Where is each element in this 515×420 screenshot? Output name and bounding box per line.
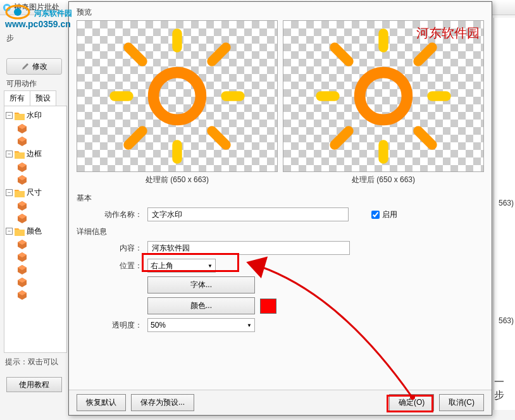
action-name-input[interactable] xyxy=(147,207,349,221)
preview-before-box: 处理前 (650 x 663) xyxy=(77,20,278,188)
position-value: 右上角 xyxy=(151,261,173,271)
cube-icon xyxy=(17,175,27,185)
tree-label: 尺寸 xyxy=(27,187,42,198)
actions-title: 可用动作 xyxy=(4,77,67,90)
cube-icon xyxy=(17,277,27,287)
cube-icon xyxy=(17,213,27,223)
preview-after-image: 河东软件园 xyxy=(283,20,484,172)
action-name-label: 动作名称： xyxy=(97,209,142,220)
right-panel-strip: 563) 563) 一步 xyxy=(493,18,515,410)
cube-icon xyxy=(17,290,27,300)
chevron-down-icon: ▼ xyxy=(247,323,252,328)
modify-button[interactable]: 修改 xyxy=(6,58,62,75)
svg-line-21 xyxy=(418,131,432,145)
logo-name: 河东软件园 xyxy=(34,9,72,18)
preview-after-box: 河东软件园 处理后 (650 x 663) xyxy=(283,20,484,188)
sun-image xyxy=(108,27,247,166)
step-indicator: 步 xyxy=(6,30,14,44)
cube-icon xyxy=(17,136,27,146)
basic-title: 基本 xyxy=(77,193,484,204)
watermark-sample-text: 河东软件园 xyxy=(416,25,480,42)
enable-label: 启用 xyxy=(382,209,397,220)
pencil-icon xyxy=(21,62,30,71)
sun-image xyxy=(314,27,453,166)
tree-item[interactable] xyxy=(4,122,66,135)
modify-label: 修改 xyxy=(32,61,47,72)
hint-text: 提示：双击可以 xyxy=(5,357,58,368)
enable-checkbox[interactable] xyxy=(371,211,380,219)
tree-item[interactable] xyxy=(4,212,66,225)
folder-icon xyxy=(15,188,25,197)
folder-icon xyxy=(15,111,25,120)
tree-item[interactable] xyxy=(4,199,66,212)
tree-node-watermark[interactable]: − 水印 xyxy=(4,109,66,122)
tree-item[interactable] xyxy=(4,288,66,301)
svg-line-10 xyxy=(212,47,226,61)
tree-node-color[interactable]: − 颜色 xyxy=(4,225,66,238)
svg-point-3 xyxy=(14,8,22,16)
folder-icon xyxy=(15,227,25,236)
tree-collapse-icon[interactable]: − xyxy=(6,112,13,119)
preview-after-caption: 处理后 (650 x 663) xyxy=(283,172,484,188)
enable-checkbox-row[interactable]: 启用 xyxy=(371,209,397,220)
step-label: 步 xyxy=(6,34,14,42)
tab-all[interactable]: 所有 xyxy=(4,90,30,106)
restore-default-button[interactable]: 恢复默认 xyxy=(77,394,126,411)
opacity-value: 50% xyxy=(151,321,166,330)
cube-icon xyxy=(17,264,27,275)
svg-line-11 xyxy=(128,131,142,145)
save-preset-button[interactable]: 保存为预设... xyxy=(131,394,194,411)
tree-collapse-icon[interactable]: − xyxy=(6,151,13,158)
dimension-label: 563) xyxy=(499,199,514,207)
basic-section: 基本 动作名称： 启用 xyxy=(77,193,484,221)
tree-item[interactable] xyxy=(4,276,66,288)
cancel-button[interactable]: 取消(C) xyxy=(439,394,484,411)
tab-preset[interactable]: 预设 xyxy=(30,90,56,106)
cube-icon xyxy=(17,201,27,211)
svg-line-19 xyxy=(418,47,432,61)
preview-before-image xyxy=(77,20,278,172)
tree-collapse-icon[interactable]: − xyxy=(6,189,13,196)
cube-icon xyxy=(17,123,27,133)
next-step-label: 一步 xyxy=(494,376,514,402)
opacity-select[interactable]: 50% ▼ xyxy=(147,318,255,332)
tree-node-size[interactable]: − 尺寸 xyxy=(4,186,66,199)
main-window: 神奇图片批处 河东软件园 www.pc0359.cn 步 修改 可用动作 所有 … xyxy=(0,0,515,420)
tree-item[interactable] xyxy=(4,135,66,147)
chevron-down-icon: ▼ xyxy=(208,263,213,269)
tree-item[interactable] xyxy=(4,161,66,173)
content-input[interactable] xyxy=(147,241,350,255)
preview-title: 预览 xyxy=(77,7,484,18)
tutorial-button[interactable]: 使用教程 xyxy=(6,377,62,392)
cube-icon xyxy=(17,252,27,262)
tree-node-border[interactable]: − 边框 xyxy=(4,147,66,161)
watermark-dialog: 预览 xyxy=(68,1,492,416)
tree-label: 颜色 xyxy=(27,226,42,237)
color-swatch[interactable] xyxy=(260,299,276,314)
folder-icon xyxy=(15,150,25,159)
tree-item[interactable] xyxy=(4,238,66,250)
position-label: 位置： xyxy=(97,261,142,271)
svg-line-18 xyxy=(335,47,349,61)
tree-collapse-icon[interactable]: − xyxy=(6,228,13,235)
svg-point-13 xyxy=(360,73,407,120)
font-button[interactable]: 字体... xyxy=(147,276,255,293)
tree-item[interactable] xyxy=(4,263,66,276)
actions-tree: − 水印 − 边框 − 尺寸 − 颜色 xyxy=(4,106,67,353)
color-button[interactable]: 颜色... xyxy=(147,297,255,314)
tree-item[interactable] xyxy=(4,173,66,186)
opacity-label: 透明度： xyxy=(97,320,142,331)
site-watermark-logo: 河东软件园 www.pc0359.cn xyxy=(5,3,72,29)
dialog-footer: 恢复默认 保存为预设... 确定(O) 取消(C) xyxy=(69,390,492,415)
logo-icon xyxy=(5,3,30,22)
position-select[interactable]: 右上角 ▼ xyxy=(147,259,216,273)
tree-item[interactable] xyxy=(4,250,66,263)
actions-panel: 可用动作 所有 预设 − 水印 − 边框 − 尺寸 xyxy=(4,77,67,362)
dimension-label: 563) xyxy=(499,316,514,325)
cube-icon xyxy=(17,239,27,249)
detail-title: 详细信息 xyxy=(77,226,484,237)
preview-before-caption: 处理前 (650 x 663) xyxy=(77,172,278,188)
svg-line-9 xyxy=(128,47,142,61)
ok-button[interactable]: 确定(O) xyxy=(389,394,434,411)
svg-line-20 xyxy=(335,131,349,145)
